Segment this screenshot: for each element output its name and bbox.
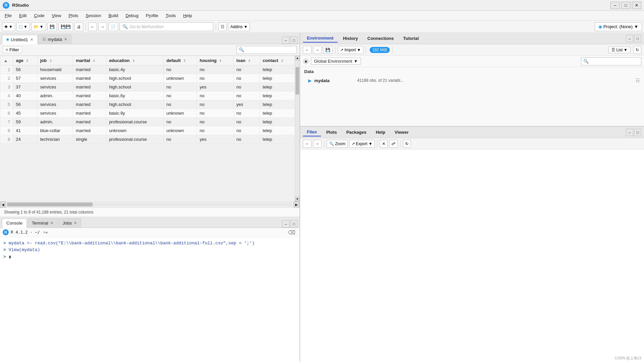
- tab-files[interactable]: Files: [303, 128, 321, 136]
- tab-untitled1-close[interactable]: ✕: [30, 38, 33, 42]
- menu-view[interactable]: View: [48, 12, 64, 19]
- console-tab-bar: Console Terminal ✕ Jobs ✕ – □: [0, 217, 300, 228]
- table-cell: telep: [260, 65, 295, 74]
- data-table-container[interactable]: age ⇕ job ⇕ marital ⇕ education ⇕ defaul…: [0, 56, 295, 201]
- tab-history[interactable]: History: [339, 35, 362, 42]
- mydata-row[interactable]: ▶ mydata 41188 obs. of 21 variabl... ☷: [300, 76, 644, 85]
- files-broom-button[interactable]: ☍: [389, 140, 398, 148]
- back-button[interactable]: ←: [88, 22, 97, 31]
- new-project-button[interactable]: ▢ ▼: [16, 22, 30, 31]
- grid-layout-button[interactable]: ☷: [218, 22, 227, 31]
- env-search-box[interactable]: 🔍: [581, 57, 641, 65]
- env-refresh-button[interactable]: ↻: [633, 46, 641, 54]
- tab-help[interactable]: Help: [372, 128, 389, 136]
- menu-file[interactable]: File: [1, 12, 15, 19]
- console-clear-button[interactable]: ⌫: [286, 229, 297, 236]
- global-env-selector[interactable]: Global Environment ▼: [311, 58, 361, 65]
- editor-maximize-button[interactable]: □: [290, 37, 298, 44]
- tab-mydata-close[interactable]: ✕: [64, 37, 67, 42]
- table-search-input[interactable]: [246, 48, 294, 52]
- col-header-rownum[interactable]: [0, 56, 13, 65]
- env-save-button[interactable]: 💾: [323, 46, 333, 54]
- files-panel-maximize[interactable]: □: [634, 129, 641, 136]
- tab-console[interactable]: Console: [2, 219, 27, 228]
- editor-minimize-button[interactable]: –: [282, 37, 289, 44]
- tab-untitled1[interactable]: ■ Untitled1 ✕: [2, 35, 38, 44]
- tab-jobs-close[interactable]: ✕: [74, 221, 77, 225]
- horizontal-scrollbar[interactable]: ◀ ▶: [0, 201, 300, 207]
- list-button[interactable]: ☰ List ▼: [608, 47, 631, 53]
- tab-terminal[interactable]: Terminal ✕: [28, 218, 58, 228]
- env-panel-maximize[interactable]: □: [634, 35, 641, 42]
- table-vertical-scrollbar[interactable]: ▲ ▼: [295, 56, 300, 201]
- table-search-box[interactable]: 🔍: [236, 46, 297, 54]
- export-button[interactable]: ↗ Export ▼: [349, 140, 375, 148]
- maximize-button[interactable]: □: [621, 2, 631, 9]
- vscroll-down-button[interactable]: ▼: [295, 197, 300, 201]
- tab-packages[interactable]: Packages: [342, 128, 370, 136]
- open-file-button[interactable]: 📁 ▼: [31, 22, 46, 31]
- menu-session[interactable]: Session: [82, 12, 104, 19]
- col-header-education[interactable]: education ⇕: [106, 56, 164, 65]
- tab-mydata[interactable]: ☷ mydata ✕: [38, 35, 72, 44]
- menu-code[interactable]: Code: [31, 12, 48, 19]
- menu-tools[interactable]: Tools: [162, 12, 179, 19]
- col-header-job[interactable]: job ⇕: [37, 56, 73, 65]
- filter-button[interactable]: ▿ Filter: [3, 46, 22, 53]
- col-header-marital[interactable]: marital ⇕: [73, 56, 106, 65]
- menu-profile[interactable]: Profile: [143, 12, 162, 19]
- menu-build[interactable]: Build: [105, 12, 122, 19]
- r-logo-icon: R: [3, 2, 9, 9]
- import-icon: ↗: [340, 48, 343, 52]
- tab-jobs[interactable]: Jobs ✕: [58, 218, 81, 228]
- goto-function-box[interactable]: 🔍 Go to file/function: [119, 22, 213, 31]
- menu-edit[interactable]: Edit: [16, 12, 30, 19]
- tab-plots[interactable]: Plots: [322, 128, 341, 136]
- col-header-contact[interactable]: contact ⇕: [260, 56, 295, 65]
- files-forward-button[interactable]: →: [313, 140, 322, 148]
- env-panel-minimize[interactable]: –: [626, 35, 633, 42]
- col-header-loan[interactable]: loan ⇕: [233, 56, 260, 65]
- memory-badge: 192 MiB: [370, 47, 390, 53]
- project-selector[interactable]: ◉ Project: (None) ▼: [595, 22, 642, 31]
- files-back-button[interactable]: ←: [303, 140, 312, 148]
- source-button[interactable]: 📄: [108, 22, 118, 31]
- env-forward-button[interactable]: →: [313, 46, 322, 54]
- table-cell: admin.: [37, 118, 73, 126]
- console-minimize-button[interactable]: –: [282, 220, 289, 228]
- tab-environment[interactable]: Environment: [303, 34, 337, 43]
- col-header-age[interactable]: age ⇕: [13, 56, 38, 65]
- tab-terminal-close[interactable]: ✕: [50, 221, 53, 225]
- tab-tutorial[interactable]: Tutorial: [399, 35, 423, 42]
- zoom-button[interactable]: 🔍 Zoom: [327, 140, 348, 148]
- sort-icon-job: ⇕: [49, 59, 52, 63]
- forward-button[interactable]: →: [98, 22, 107, 31]
- files-panel-minimize[interactable]: –: [626, 129, 633, 136]
- tab-viewer[interactable]: Viewer: [391, 128, 413, 136]
- minimize-button[interactable]: –: [610, 2, 620, 9]
- env-back-button[interactable]: ←: [303, 46, 312, 54]
- mydata-grid-icon[interactable]: ☷: [636, 78, 640, 83]
- menu-plots[interactable]: Plots: [65, 12, 82, 19]
- save-button[interactable]: 💾: [47, 22, 57, 31]
- print-button[interactable]: 🖨: [74, 22, 83, 31]
- console-content[interactable]: > mydata <- read.csv("E:\\bank-additiona…: [0, 237, 300, 362]
- console-navigate-icon[interactable]: ↪: [42, 229, 49, 236]
- scroll-right-button[interactable]: ▶: [293, 201, 300, 207]
- new-file-button[interactable]: ✚ ▼: [2, 22, 15, 31]
- vscroll-up-button[interactable]: ▲: [295, 56, 300, 60]
- files-delete-button[interactable]: ✕: [380, 140, 388, 148]
- save-all-button[interactable]: 💾💾: [58, 22, 73, 31]
- scroll-left-button[interactable]: ◀: [0, 201, 6, 207]
- console-maximize-button[interactable]: □: [290, 220, 298, 228]
- tab-connections[interactable]: Connections: [363, 35, 398, 42]
- col-header-default[interactable]: default ⇕: [164, 56, 197, 65]
- env-search-input[interactable]: [589, 59, 639, 64]
- addins-button[interactable]: Addins ▼: [228, 22, 250, 31]
- close-button[interactable]: ✕: [632, 2, 641, 9]
- import-button[interactable]: ↗ Import ▼: [338, 46, 363, 54]
- menu-help[interactable]: Help: [180, 12, 196, 19]
- menu-debug[interactable]: Debug: [122, 12, 142, 19]
- col-header-housing[interactable]: housing ⇕: [197, 56, 234, 65]
- files-refresh-button[interactable]: ↻: [403, 140, 411, 148]
